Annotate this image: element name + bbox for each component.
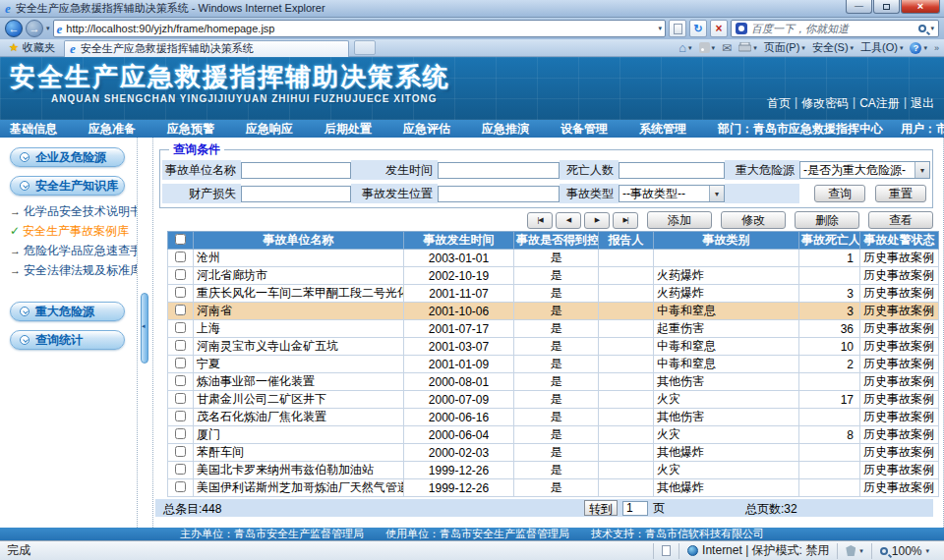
- table-row[interactable]: 重庆长风化一车间二苯甲酮工段二号光化釜2001-11-07是火药爆炸3历史事故案…: [168, 285, 939, 303]
- maximize-button[interactable]: [873, 0, 900, 14]
- query-input[interactable]: [438, 186, 560, 202]
- reset-button[interactable]: 重置: [875, 185, 926, 202]
- row-checkbox[interactable]: [175, 322, 186, 333]
- tools-menu-button[interactable]: 工具(O)▾: [860, 40, 903, 55]
- header-link[interactable]: 首页: [767, 95, 791, 112]
- overflow-chevrons-icon[interactable]: »: [934, 43, 939, 53]
- favorites-button[interactable]: ★ 收藏夹: [5, 40, 59, 55]
- browser-tab[interactable]: e 安全生产应急救援指挥辅助决策系统: [64, 40, 349, 57]
- row-checkbox[interactable]: [175, 269, 186, 280]
- row-checkbox[interactable]: [175, 305, 186, 315]
- select-all-checkbox[interactable]: [175, 234, 186, 245]
- query-input[interactable]: [241, 162, 351, 179]
- table-row[interactable]: 沧州2003-01-01是1历史事故案例: [168, 250, 939, 267]
- query-input[interactable]: [438, 162, 560, 179]
- table-row[interactable]: 甘肃金川公司二矿区井下2000-07-09是火灾17历史事故案例: [168, 391, 939, 409]
- table-row[interactable]: 炼油事业部一催化装置2000-08-01是其他伤害历史事故案例: [168, 373, 939, 391]
- nav-item[interactable]: 应急预警: [167, 121, 214, 138]
- sidebar-item[interactable]: →危险化学品应急速查手...: [10, 244, 137, 258]
- row-checkbox[interactable]: [175, 464, 186, 475]
- compatibility-view-button[interactable]: [669, 20, 686, 37]
- row-checkbox[interactable]: [175, 481, 186, 492]
- address-field[interactable]: e http://localhost:90/yjzh/frame/homepag…: [53, 20, 666, 37]
- prev-page-button[interactable]: ◀: [556, 212, 581, 229]
- view-button[interactable]: 查看: [868, 211, 933, 229]
- sidebar-item[interactable]: ✓安全生产事故案例库: [10, 224, 137, 239]
- sidebar-group-button[interactable]: 企业及危险源: [10, 147, 125, 167]
- table-row[interactable]: 美国伊利诺斯州芝加哥炼油厂天然气管道1999-12-26是其他爆炸历史事故案例: [168, 479, 939, 497]
- table-row[interactable]: 宁夏2001-01-09是中毒和窒息2历史事故案例: [168, 356, 939, 373]
- table-row[interactable]: 茂名石化炼油厂焦化装置2000-06-16是其他伤害历史事故案例: [168, 409, 939, 426]
- table-row[interactable]: 上海2001-07-17是起重伤害36历史事故案例: [168, 320, 939, 338]
- search-button[interactable]: 查询: [814, 185, 865, 202]
- nav-item[interactable]: 应急准备: [88, 121, 136, 138]
- row-checkbox[interactable]: [175, 340, 186, 351]
- zoom-control[interactable]: 100% ▾: [871, 543, 937, 559]
- print-button[interactable]: ▾: [738, 42, 757, 53]
- header-link[interactable]: 退出: [911, 95, 934, 112]
- search-input[interactable]: 百度一下，你就知道 ▾: [731, 20, 939, 37]
- header-link[interactable]: 修改密码: [801, 95, 849, 112]
- nav-item[interactable]: 设备管理: [560, 121, 608, 138]
- history-dropdown-icon[interactable]: ▾: [46, 25, 50, 32]
- row-checkbox[interactable]: [175, 446, 186, 457]
- delete-button[interactable]: 删除: [795, 211, 859, 229]
- back-button[interactable]: ←: [5, 20, 23, 37]
- feed-button[interactable]: ▾: [699, 42, 716, 53]
- new-tab-button[interactable]: [354, 40, 376, 55]
- table-row[interactable]: 苯酐车间2000-02-03是其他爆炸历史事故案例: [168, 444, 939, 462]
- row-checkbox[interactable]: [175, 358, 186, 368]
- nav-item[interactable]: 应急响应: [246, 121, 293, 138]
- header-link[interactable]: CA注册: [859, 95, 900, 112]
- row-checkbox[interactable]: [175, 375, 186, 386]
- sidebar-item[interactable]: →化学品安全技术说明书: [10, 204, 137, 219]
- help-button[interactable]: ?▾: [910, 42, 927, 54]
- close-button[interactable]: ×: [901, 0, 940, 14]
- splitter-collapse-handle[interactable]: [141, 293, 148, 364]
- nav-item[interactable]: 应急评估: [403, 121, 450, 138]
- search-placeholder[interactable]: 百度一下，你就知道: [751, 22, 914, 36]
- row-checkbox[interactable]: [175, 287, 186, 298]
- table-row[interactable]: 河南灵宝市义寺山金矿五坑2001-03-07是中毒和窒息10历史事故案例: [168, 338, 939, 356]
- last-page-button[interactable]: ▶|: [613, 212, 638, 229]
- home-button[interactable]: ⌂▾: [678, 41, 691, 54]
- sidebar-item[interactable]: →安全法律法规及标准库: [10, 263, 137, 278]
- table-row[interactable]: 河北省廊坊市2002-10-19是火药爆炸历史事故案例: [168, 267, 939, 285]
- row-checkbox[interactable]: [175, 428, 186, 439]
- query-select[interactable]: -是否为重大危险源-▾: [799, 161, 930, 179]
- page-menu-button[interactable]: 页面(P)▾: [764, 40, 805, 55]
- stop-button[interactable]: ×: [710, 20, 728, 37]
- query-input[interactable]: [619, 162, 725, 179]
- nav-item[interactable]: 系统管理: [639, 121, 686, 138]
- sidebar-group-button[interactable]: 安全生产知识库: [10, 176, 125, 196]
- sidebar-group-button[interactable]: 重大危险源: [10, 302, 125, 321]
- row-checkbox[interactable]: [175, 393, 186, 404]
- table-row[interactable]: 美国北卡罗来纳州韦兹伯勒加油站1999-12-26是火灾历史事故案例: [168, 462, 939, 479]
- nav-item[interactable]: 应急推演: [482, 121, 529, 138]
- query-select[interactable]: --事故类型--▾: [619, 185, 725, 202]
- page-number-input[interactable]: [622, 501, 648, 516]
- row-checkbox[interactable]: [175, 252, 186, 262]
- next-page-button[interactable]: ▶: [584, 212, 610, 229]
- protected-mode-button[interactable]: ▾: [837, 543, 871, 559]
- address-dropdown-icon[interactable]: ▾: [658, 25, 662, 32]
- goto-button[interactable]: 转到: [584, 500, 618, 516]
- add-button[interactable]: 添加: [647, 211, 712, 229]
- minimize-button[interactable]: —: [846, 0, 872, 14]
- nav-item[interactable]: 基础信息: [10, 121, 57, 138]
- sidebar-group-button[interactable]: 查询统计: [10, 330, 125, 350]
- first-page-button[interactable]: |◀: [527, 212, 553, 229]
- modify-button[interactable]: 修改: [721, 211, 786, 229]
- table-row[interactable]: 河南省2001-10-06是中毒和窒息3历史事故案例: [168, 303, 939, 320]
- refresh-button[interactable]: ↻: [689, 20, 707, 37]
- security-menu-button[interactable]: 安全(S)▾: [812, 40, 854, 55]
- nav-item[interactable]: 后期处置: [324, 121, 372, 138]
- row-checkbox[interactable]: [175, 411, 186, 421]
- url-text[interactable]: http://localhost:90/yjzh/frame/homepage.…: [66, 23, 654, 34]
- forward-button[interactable]: →: [26, 20, 43, 37]
- table-row[interactable]: 厦门2000-06-04是火灾8历史事故案例: [168, 426, 939, 444]
- search-dropdown-icon[interactable]: ▾: [930, 25, 934, 32]
- mail-button[interactable]: ✉: [722, 42, 732, 54]
- search-icon[interactable]: [918, 25, 926, 32]
- query-input[interactable]: [241, 186, 351, 202]
